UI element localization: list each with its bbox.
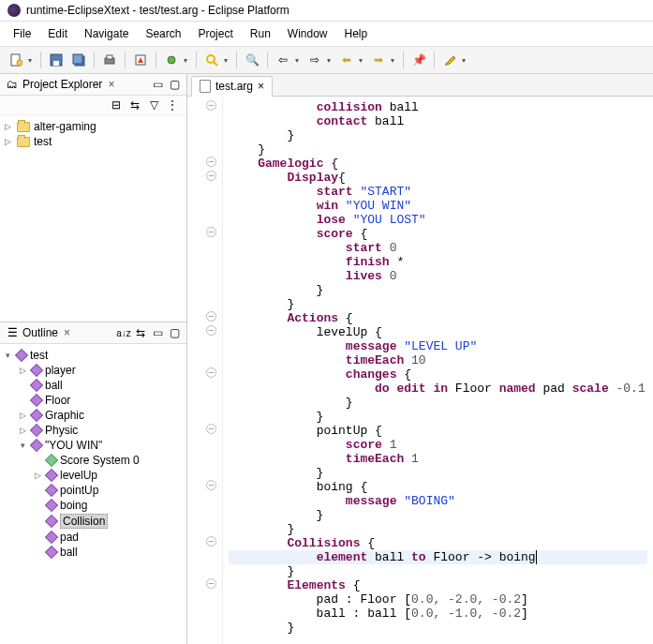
sort-icon[interactable]: a↓z <box>117 326 130 339</box>
dropdown-icon[interactable]: ▾ <box>391 56 398 65</box>
link-icon[interactable]: ⇆ <box>134 326 147 339</box>
menu-run[interactable]: Run <box>243 24 278 43</box>
outline-item[interactable]: ball <box>32 545 185 560</box>
close-icon[interactable]: × <box>106 78 116 91</box>
collapse-all-icon[interactable]: ⊟ <box>110 98 123 112</box>
outline-label: Graphic <box>45 409 84 422</box>
pin-button[interactable]: 📌 <box>408 50 429 70</box>
outline-item[interactable]: Score System 0 <box>32 453 185 468</box>
project-item[interactable]: ▷ alter-gaming <box>2 119 185 134</box>
dropdown-icon[interactable]: ▾ <box>359 56 366 65</box>
outline-item[interactable]: ▷Physic <box>17 423 185 438</box>
close-icon[interactable]: × <box>258 80 264 93</box>
filter-icon[interactable]: ▽ <box>147 98 160 112</box>
dropdown-icon[interactable]: ▾ <box>327 56 334 65</box>
code-editor[interactable]: collision ball contact ball } } Gamelogi… <box>223 97 653 644</box>
outline-item[interactable]: ▷player <box>17 363 185 378</box>
project-tree[interactable]: ▷ alter-gaming ▷ test <box>0 115 186 322</box>
outline-item[interactable]: pointUp <box>32 483 185 498</box>
diamond-icon <box>30 424 43 437</box>
outline-item-selected[interactable]: Collision <box>32 513 185 530</box>
svg-rect-5 <box>73 54 82 64</box>
fold-icon[interactable]: – <box>206 578 216 589</box>
svg-rect-3 <box>53 61 59 66</box>
svg-line-11 <box>214 62 217 66</box>
maximize-icon[interactable]: ▢ <box>168 326 181 339</box>
diamond-icon <box>45 454 58 467</box>
build-button[interactable] <box>130 50 151 70</box>
outline-item[interactable]: ▷levelUp <box>32 468 185 483</box>
outline-label: pad <box>60 531 79 544</box>
fold-icon[interactable]: – <box>206 157 216 167</box>
search-button[interactable] <box>201 50 222 70</box>
minimize-icon[interactable]: ▭ <box>151 78 164 91</box>
menu-search[interactable]: Search <box>138 24 188 43</box>
collapse-icon[interactable]: ▾ <box>2 351 13 360</box>
outline-item[interactable]: boing <box>32 498 185 513</box>
dropdown-icon[interactable]: ▾ <box>295 56 303 65</box>
maximize-icon[interactable]: ▢ <box>168 78 181 91</box>
expand-icon[interactable]: ▷ <box>17 411 28 420</box>
dropdown-icon[interactable]: ▾ <box>28 56 36 65</box>
minimize-icon[interactable]: ▭ <box>151 326 164 339</box>
project-label: test <box>34 135 52 148</box>
dropdown-icon[interactable]: ▾ <box>462 56 469 65</box>
expand-icon[interactable]: ▷ <box>17 366 28 375</box>
menu-file[interactable]: File <box>6 24 38 43</box>
expand-icon[interactable]: ▷ <box>2 137 13 146</box>
diamond-icon <box>30 394 43 407</box>
outline-root[interactable]: ▾ test <box>2 348 185 363</box>
expand-icon[interactable]: ▷ <box>32 471 43 480</box>
link-editor-icon[interactable]: ⇆ <box>128 98 141 112</box>
menu-edit[interactable]: Edit <box>40 24 75 43</box>
editor-tab[interactable]: test.arg × <box>191 76 273 97</box>
new-button[interactable] <box>6 50 26 70</box>
fold-icon[interactable]: – <box>206 424 216 434</box>
outline-tree[interactable]: ▾ test ▷player ball Floor ▷Graphic ▷Phys… <box>0 344 186 644</box>
outline-item[interactable]: ▾"YOU WIN" <box>17 438 185 453</box>
debug-button[interactable] <box>161 50 182 70</box>
nav-next-button[interactable]: ⇨ <box>304 50 325 70</box>
menubar: File Edit Navigate Search Project Run Wi… <box>0 22 653 47</box>
main-toolbar: ▾ ▾ ▾ 🔍 ⇦▾ ⇨▾ ⬅▾ ➡▾ 📌 ▾ <box>0 47 653 74</box>
outline-item[interactable]: Floor <box>17 393 185 408</box>
fold-icon[interactable]: – <box>206 325 216 336</box>
dropdown-icon[interactable]: ▾ <box>184 56 191 65</box>
view-menu-icon[interactable]: ⋮ <box>166 98 179 112</box>
editor-tabs: test.arg × <box>187 74 653 97</box>
expand-icon[interactable]: ▷ <box>2 122 13 131</box>
collapse-icon[interactable]: ▾ <box>17 441 28 450</box>
outline-label: ball <box>60 546 78 559</box>
fold-icon[interactable]: – <box>206 171 216 181</box>
forward-button[interactable]: ➡ <box>368 50 389 70</box>
fold-icon[interactable]: – <box>206 100 216 111</box>
fold-icon[interactable]: – <box>206 311 216 322</box>
dropdown-icon[interactable]: ▾ <box>224 56 231 65</box>
back-button[interactable]: ⬅ <box>336 50 357 70</box>
menu-help[interactable]: Help <box>337 24 376 43</box>
print-button[interactable] <box>99 50 120 70</box>
outline-label: pointUp <box>60 484 98 497</box>
expand-icon[interactable]: ▷ <box>17 426 28 435</box>
fold-icon[interactable]: – <box>206 227 216 237</box>
outline-icon: ☰ <box>6 326 19 339</box>
outline-label: player <box>45 364 76 377</box>
save-all-button[interactable] <box>68 50 89 70</box>
outline-label: test <box>30 349 48 362</box>
open-type-button[interactable]: 🔍 <box>242 50 262 70</box>
project-item[interactable]: ▷ test <box>2 134 185 149</box>
outline-item[interactable]: pad <box>32 530 185 545</box>
menu-project[interactable]: Project <box>190 24 240 43</box>
gutter[interactable]: – – – – – – – – – – – <box>187 97 223 644</box>
menu-navigate[interactable]: Navigate <box>77 24 136 43</box>
fold-icon[interactable]: – <box>206 536 216 547</box>
fold-icon[interactable]: – <box>206 480 216 490</box>
save-button[interactable] <box>46 50 67 70</box>
last-edit-button[interactable] <box>439 50 460 70</box>
fold-icon[interactable]: – <box>206 367 216 378</box>
outline-item[interactable]: ball <box>17 378 185 393</box>
nav-prev-button[interactable]: ⇦ <box>273 50 293 70</box>
close-icon[interactable]: × <box>62 326 72 339</box>
outline-item[interactable]: ▷Graphic <box>17 408 185 423</box>
menu-window[interactable]: Window <box>280 24 335 43</box>
